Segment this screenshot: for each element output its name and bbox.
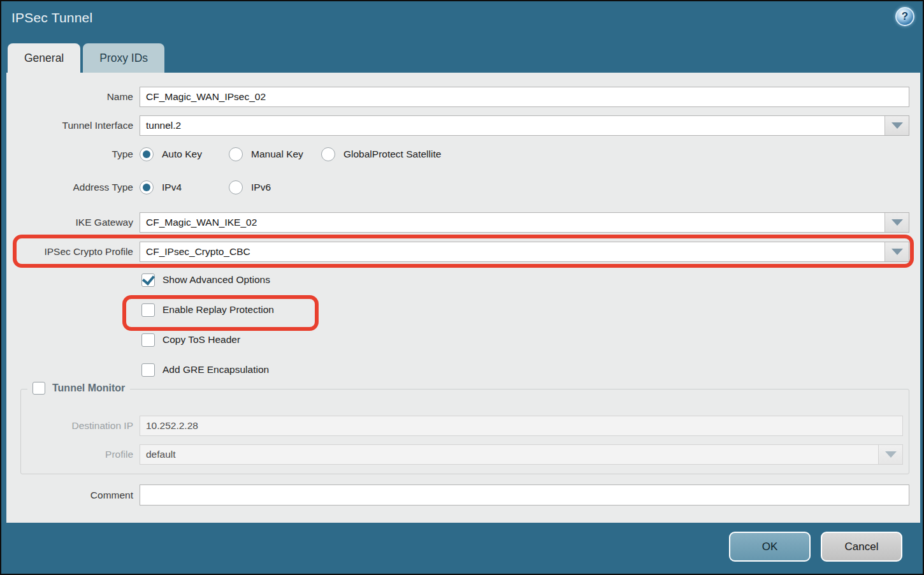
- tab-proxy-ids[interactable]: Proxy IDs: [83, 43, 164, 73]
- ipv4-radio[interactable]: [140, 180, 154, 194]
- type-row: Type Auto Key Manual Key GlobalProtect S…: [6, 145, 920, 163]
- profile-row: Profile: [6, 444, 920, 465]
- destination-ip-input: [140, 416, 903, 436]
- cancel-button[interactable]: Cancel: [821, 532, 902, 562]
- tunnel-monitor-legend: Tunnel Monitor: [27, 382, 130, 395]
- ike-gateway-row: IKE Gateway: [6, 212, 920, 233]
- tunnel-interface-value[interactable]: [140, 116, 884, 135]
- type-option-manual-key: Manual Key: [229, 147, 321, 161]
- profile-select: [140, 444, 903, 465]
- comment-row: Comment: [6, 484, 920, 506]
- copy-tos-header-checkbox[interactable]: [141, 333, 155, 347]
- add-gre-encapsulation-row: Add GRE Encapsulation: [141, 362, 269, 377]
- name-input[interactable]: [140, 87, 909, 107]
- chevron-down-icon: [892, 249, 903, 255]
- enable-replay-protection-checkbox[interactable]: [141, 303, 155, 317]
- dialog-title: IPSec Tunnel: [11, 10, 92, 25]
- profile-dropdown-button: [878, 445, 902, 464]
- add-gre-encapsulation-label: Add GRE Encapsulation: [162, 364, 269, 375]
- globalprotect-satellite-label: GlobalProtect Satellite: [343, 149, 441, 160]
- comment-label: Comment: [6, 490, 140, 501]
- tab-general[interactable]: General: [8, 43, 80, 73]
- help-icon[interactable]: ?: [895, 7, 914, 26]
- show-advanced-options-checkbox[interactable]: [141, 273, 155, 287]
- comment-input[interactable]: [140, 484, 909, 506]
- address-type-option-ipv4: IPv4: [140, 180, 229, 194]
- ipsec-crypto-profile-dropdown-button[interactable]: [884, 242, 909, 261]
- tunnel-interface-dropdown-button[interactable]: [884, 116, 909, 135]
- manual-key-label: Manual Key: [251, 149, 303, 160]
- profile-label: Profile: [6, 449, 140, 460]
- profile-value: [140, 445, 878, 464]
- name-row: Name: [6, 87, 920, 107]
- enable-replay-protection-row: Enable Replay Protection: [141, 302, 274, 317]
- ike-gateway-value[interactable]: [140, 213, 884, 232]
- manual-key-radio[interactable]: [229, 147, 243, 161]
- address-type-option-ipv6: IPv6: [229, 180, 271, 194]
- auto-key-radio[interactable]: [140, 147, 154, 161]
- auto-key-label: Auto Key: [162, 149, 202, 160]
- ipsec-tunnel-dialog: IPSec Tunnel ? General Proxy IDs Name Tu…: [0, 0, 924, 575]
- ipsec-crypto-profile-value[interactable]: [140, 242, 884, 261]
- ipv6-radio[interactable]: [229, 180, 243, 194]
- general-tab-panel: Name Tunnel Interface Type Auto Key Manu…: [6, 73, 920, 523]
- tunnel-interface-select[interactable]: [140, 115, 909, 136]
- destination-ip-label: Destination IP: [6, 420, 140, 432]
- show-advanced-options-label: Show Advanced Options: [162, 274, 270, 286]
- tunnel-monitor-checkbox[interactable]: [32, 382, 45, 395]
- ipv4-label: IPv4: [162, 182, 182, 193]
- type-option-auto-key: Auto Key: [140, 147, 229, 161]
- destination-ip-row: Destination IP: [6, 416, 920, 436]
- show-advanced-options-row: Show Advanced Options: [141, 272, 270, 288]
- chevron-down-icon: [892, 122, 903, 129]
- ike-gateway-label: IKE Gateway: [6, 217, 140, 228]
- ipv6-label: IPv6: [251, 182, 271, 193]
- name-label: Name: [6, 91, 140, 103]
- address-type-row: Address Type IPv4 IPv6: [6, 178, 920, 196]
- ike-gateway-select[interactable]: [140, 212, 909, 233]
- tunnel-interface-row: Tunnel Interface: [6, 115, 920, 136]
- tunnel-interface-label: Tunnel Interface: [6, 120, 140, 131]
- ipsec-crypto-profile-select[interactable]: [140, 242, 909, 262]
- chevron-down-icon: [885, 451, 897, 458]
- ipsec-crypto-profile-row: IPSec Crypto Profile: [6, 242, 920, 262]
- address-type-label: Address Type: [6, 182, 140, 193]
- ike-gateway-dropdown-button[interactable]: [884, 213, 909, 232]
- type-option-gp-satellite: GlobalProtect Satellite: [321, 147, 441, 161]
- copy-tos-header-row: Copy ToS Header: [141, 332, 240, 347]
- add-gre-encapsulation-checkbox[interactable]: [141, 363, 155, 377]
- ok-button[interactable]: OK: [729, 532, 811, 562]
- tab-bar: General Proxy IDs: [8, 43, 164, 73]
- enable-replay-protection-label: Enable Replay Protection: [162, 304, 274, 316]
- ipsec-crypto-profile-label: IPSec Crypto Profile: [6, 246, 140, 258]
- chevron-down-icon: [892, 219, 903, 226]
- globalprotect-satellite-radio[interactable]: [321, 147, 335, 161]
- type-label: Type: [6, 149, 140, 160]
- copy-tos-header-label: Copy ToS Header: [162, 334, 240, 346]
- tunnel-monitor-label: Tunnel Monitor: [52, 382, 125, 394]
